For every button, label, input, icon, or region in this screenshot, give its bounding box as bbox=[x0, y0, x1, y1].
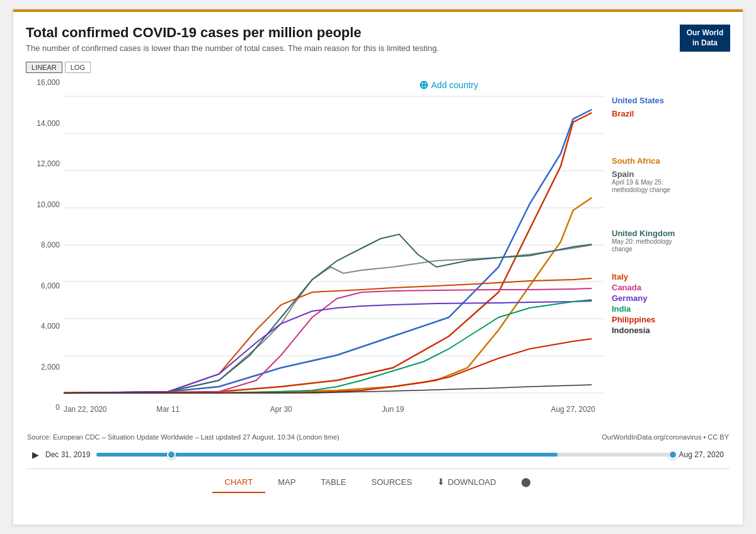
y-label-16000: 16,000 bbox=[37, 78, 60, 87]
play-button[interactable]: ▶ bbox=[32, 450, 39, 460]
legend-item-us: United States bbox=[612, 96, 730, 105]
add-country-label: Add country bbox=[431, 80, 478, 90]
tab-table[interactable]: TABLE bbox=[308, 472, 358, 493]
legend-indonesia: Indonesia bbox=[612, 326, 650, 335]
owid-line1: Our World bbox=[685, 28, 725, 38]
tab-map[interactable]: MAP bbox=[265, 472, 308, 493]
legend-uk-note: May 20: methodologychange bbox=[612, 238, 730, 253]
y-label-14000: 14,000 bbox=[37, 119, 60, 128]
timeline-start: Dec 31, 2019 bbox=[45, 450, 90, 459]
bottom-tabs: CHART MAP TABLE SOURCES ⬇ DOWNLOAD ⬤ bbox=[26, 469, 730, 493]
timeline-handle-left[interactable] bbox=[167, 450, 176, 459]
owid-logo: Our World in Data bbox=[680, 25, 730, 52]
tab-sources[interactable]: SOURCES bbox=[359, 472, 425, 493]
chart-area: ⊕ Add country .gridline { stroke: #ddd; … bbox=[64, 78, 604, 433]
attribution-text: OurWorldInData.org/coronavirus • CC BY bbox=[602, 433, 729, 441]
source-line: Source: European CDC – Situation Update … bbox=[26, 433, 730, 441]
legend-item-italy: Italy bbox=[612, 272, 730, 281]
tab-download[interactable]: ⬇ DOWNLOAD bbox=[425, 472, 509, 493]
owid-line2: in Data bbox=[685, 38, 725, 48]
y-axis: 0 2,000 4,000 6,000 8,000 10,000 12,000 … bbox=[26, 78, 64, 431]
legend-philippines: Philippines bbox=[612, 315, 655, 324]
download-icon: ⬇ bbox=[437, 477, 445, 487]
legend-item-spain: Spain April 19 & May 25:methodology chan… bbox=[612, 169, 730, 194]
source-text: Source: European CDC – Situation Update … bbox=[27, 433, 340, 441]
tab-share[interactable]: ⬤ bbox=[508, 472, 544, 493]
legend-germany: Germany bbox=[612, 293, 647, 303]
legend-spain-note: April 19 & May 25:methodology change bbox=[612, 179, 730, 194]
legend-item-canada: Canada bbox=[612, 283, 730, 292]
title-block: Total confirmed COVID-19 cases per milli… bbox=[26, 25, 680, 58]
plus-icon: ⊕ bbox=[419, 78, 428, 92]
timeline-track[interactable] bbox=[96, 453, 672, 457]
timeline-handle-right[interactable] bbox=[668, 450, 677, 459]
legend-item-brazil: Brazil bbox=[612, 109, 730, 118]
tab-chart[interactable]: CHART bbox=[212, 472, 266, 493]
legend-italy: Italy bbox=[612, 272, 628, 281]
y-label-10000: 10,000 bbox=[37, 200, 60, 209]
legend-item-uk: United Kingdom May 20: methodologychange bbox=[612, 229, 730, 253]
legend-india: India bbox=[612, 304, 631, 314]
top-bar bbox=[13, 9, 743, 12]
chart-container: Total confirmed COVID-19 cases per milli… bbox=[13, 9, 743, 525]
timeline-row: ▶ Dec 31, 2019 Aug 27, 2020 bbox=[26, 447, 730, 462]
x-label-mar11: Mar 11 bbox=[156, 405, 180, 414]
legend-item-philippines: Philippines bbox=[612, 315, 730, 324]
y-label-6000: 6,000 bbox=[41, 281, 60, 290]
legend-uk: United Kingdom bbox=[612, 229, 675, 238]
legend-canada: Canada bbox=[612, 283, 641, 292]
y-label-8000: 8,000 bbox=[41, 241, 60, 249]
x-label-aug27: Aug 27, 2020 bbox=[551, 405, 596, 414]
timeline-fill bbox=[96, 453, 557, 457]
x-label-jun19: Jun 19 bbox=[382, 405, 404, 414]
add-country-button[interactable]: ⊕ Add country bbox=[419, 78, 478, 92]
legend-item-sa: South Africa bbox=[612, 156, 730, 166]
chart-svg: .gridline { stroke: #ddd; stroke-width: … bbox=[64, 78, 604, 431]
chart-subtitle: The number of confirmed cases is lower t… bbox=[26, 43, 680, 53]
legend-item-india: India bbox=[612, 304, 730, 314]
legend-item-germany: Germany bbox=[612, 293, 730, 303]
legend-brazil: Brazil bbox=[612, 109, 634, 118]
share-icon: ⬤ bbox=[521, 477, 531, 487]
header-row: Total confirmed COVID-19 cases per milli… bbox=[26, 25, 730, 58]
y-label-2000: 2,000 bbox=[41, 363, 60, 372]
y-label-12000: 12,000 bbox=[37, 159, 60, 168]
log-button[interactable]: LOG bbox=[65, 62, 91, 73]
y-label-4000: 4,000 bbox=[41, 322, 60, 331]
linear-button[interactable]: LINEAR bbox=[26, 62, 62, 73]
x-label-apr30: Apr 30 bbox=[270, 405, 292, 414]
y-label-0: 0 bbox=[55, 403, 60, 412]
legend-us: United States bbox=[612, 96, 664, 105]
legend-spain: Spain bbox=[612, 169, 634, 179]
legend-south-africa: South Africa bbox=[612, 156, 660, 166]
scale-buttons: LINEAR LOG bbox=[26, 62, 730, 73]
legend: United States Brazil South Africa Spain … bbox=[604, 78, 730, 433]
timeline-end: Aug 27, 2020 bbox=[679, 450, 724, 459]
chart-title: Total confirmed COVID-19 cases per milli… bbox=[26, 25, 680, 41]
legend-item-indonesia: Indonesia bbox=[612, 326, 730, 335]
x-label-jan22: Jan 22, 2020 bbox=[64, 405, 107, 414]
